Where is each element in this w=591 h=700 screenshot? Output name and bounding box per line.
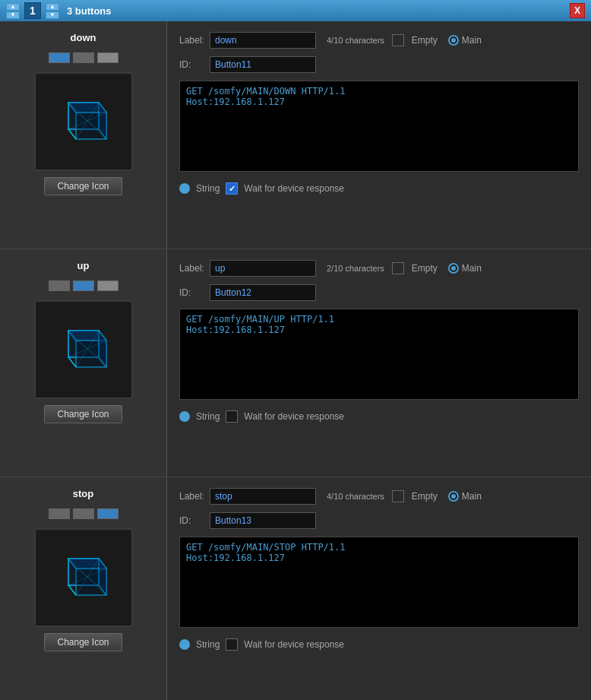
left-panel-down: down [0, 21, 167, 249]
change-icon-button-down[interactable]: Change Icon [44, 177, 122, 195]
empty-label-down: Empty [412, 35, 438, 46]
swatch-gray-stop[interactable] [49, 508, 70, 519]
cube-icon-down [49, 87, 118, 156]
right-panel-stop: Label: 4/10 characters Empty Main ID: GE… [167, 477, 591, 700]
swatch-blue-down[interactable] [49, 52, 70, 63]
id-row-stop: ID: [179, 512, 579, 529]
command-textarea-up[interactable]: GET /somfy/MAIN/UP HTTP/1.1 Host:192.168… [179, 309, 579, 400]
label-row-down: Label: 4/10 characters Empty Main [179, 32, 579, 49]
title-bar: ▲ ▼ 1 ▲ ▼ 3 buttons X [0, 0, 591, 21]
button-name-up: up [77, 260, 90, 271]
left-panel-up: up [0, 249, 167, 477]
main-label-up: Main [462, 263, 482, 274]
right-panel-down: Label: 4/10 characters Empty Main ID: GE… [167, 21, 591, 249]
id-text-down: ID: [179, 59, 202, 70]
command-textarea-down[interactable]: GET /somfy/MAIN/DOWN HTTP/1.1 Host:192.1… [179, 81, 579, 172]
main-radio-group-down[interactable]: Main [448, 35, 482, 46]
swatch-lightgray-down[interactable] [97, 52, 119, 63]
string-radio-up[interactable] [179, 411, 190, 422]
color-box-up[interactable] [392, 262, 404, 274]
swatch-gray-up[interactable] [49, 280, 70, 291]
main-label-down: Main [462, 35, 482, 46]
swatch-blue-stop[interactable] [97, 508, 119, 519]
swatch-lightgray-up[interactable] [97, 280, 119, 291]
id-row-down: ID: [179, 56, 579, 73]
label-text-up: Label: [179, 263, 202, 274]
cube-icon-stop [49, 543, 118, 612]
nav-up-down-1[interactable]: ▲ ▼ [6, 3, 20, 19]
main-radio-group-stop[interactable]: Main [448, 491, 482, 502]
color-box-down[interactable] [392, 34, 404, 46]
icon-box-stop [34, 528, 133, 627]
color-swatches-up [49, 280, 119, 291]
main-radio-up[interactable] [448, 263, 459, 274]
nav-down-button-1[interactable]: ▼ [6, 11, 20, 19]
string-radio-stop[interactable] [179, 639, 190, 650]
button-name-down: down [71, 32, 96, 43]
id-input-up[interactable] [210, 284, 316, 301]
nav-up-button-1[interactable]: ▲ [6, 3, 20, 11]
wait-label-down: Wait for device response [244, 183, 344, 194]
close-button[interactable]: X [570, 3, 585, 18]
command-textarea-stop[interactable]: GET /somfy/MAIN/STOP HTTP/1.1 Host:192.1… [179, 537, 579, 628]
string-label-stop: String [196, 639, 220, 650]
main-radio-group-up[interactable]: Main [448, 263, 482, 274]
id-input-stop[interactable] [210, 512, 316, 529]
change-icon-button-stop[interactable]: Change Icon [44, 633, 122, 651]
string-label-up: String [196, 411, 220, 422]
label-row-up: Label: 2/10 characters Empty Main [179, 260, 579, 277]
swatch-gray-down[interactable] [73, 52, 94, 63]
swatch-blue-up[interactable] [73, 280, 94, 291]
color-swatches-stop [49, 508, 119, 519]
button-row-down: down [0, 21, 591, 249]
char-count-down: 4/10 characters [327, 36, 384, 45]
id-row-up: ID: [179, 284, 579, 301]
wait-checkbox-down[interactable]: ✓ [226, 182, 238, 195]
id-text-stop: ID: [179, 515, 202, 526]
button-row-stop: stop [0, 477, 591, 700]
nav-up-down-2[interactable]: ▲ ▼ [46, 3, 59, 19]
wait-checkbox-stop[interactable] [226, 638, 238, 651]
bottom-row-up: String Wait for device response [179, 410, 579, 423]
bottom-row-stop: String Wait for device response [179, 638, 579, 651]
label-text-down: Label: [179, 35, 202, 46]
wait-checkbox-up[interactable] [226, 410, 238, 423]
char-count-stop: 4/10 characters [327, 492, 384, 501]
id-text-up: ID: [179, 287, 202, 298]
title-bar-title: 3 buttons [64, 5, 565, 17]
label-row-stop: Label: 4/10 characters Empty Main [179, 488, 579, 505]
bottom-row-down: String ✓ Wait for device response [179, 182, 579, 195]
nav-up-button-2[interactable]: ▲ [46, 3, 59, 11]
main-container: down [0, 21, 591, 700]
label-text-stop: Label: [179, 491, 202, 502]
left-panel-stop: stop [0, 477, 167, 700]
string-radio-down[interactable] [179, 183, 190, 194]
main-radio-down[interactable] [448, 35, 459, 46]
button-name-stop: stop [73, 488, 93, 499]
empty-label-up: Empty [412, 263, 438, 274]
title-bar-number: 1 [24, 2, 41, 19]
char-count-up: 2/10 characters [327, 264, 384, 273]
label-input-down[interactable] [210, 32, 316, 49]
swatch-gray2-stop[interactable] [73, 508, 94, 519]
color-box-stop[interactable] [392, 490, 404, 502]
nav-down-button-2[interactable]: ▼ [46, 11, 59, 19]
main-label-stop: Main [462, 491, 482, 502]
icon-box-down [34, 72, 133, 171]
wait-label-stop: Wait for device response [244, 639, 344, 650]
string-label-down: String [196, 183, 220, 194]
svg-line-33 [68, 585, 76, 595]
cube-icon-up [49, 315, 118, 384]
main-radio-stop[interactable] [448, 491, 459, 502]
color-swatches-down [49, 52, 119, 63]
change-icon-button-up[interactable]: Change Icon [44, 405, 122, 423]
empty-label-stop: Empty [412, 491, 438, 502]
icon-box-up [34, 300, 133, 399]
svg-line-5 [68, 129, 76, 139]
wait-label-up: Wait for device response [244, 411, 344, 422]
svg-line-19 [68, 357, 76, 367]
id-input-down[interactable] [210, 56, 316, 73]
label-input-up[interactable] [210, 260, 316, 277]
right-panel-up: Label: 2/10 characters Empty Main ID: GE… [167, 249, 591, 477]
label-input-stop[interactable] [210, 488, 316, 505]
